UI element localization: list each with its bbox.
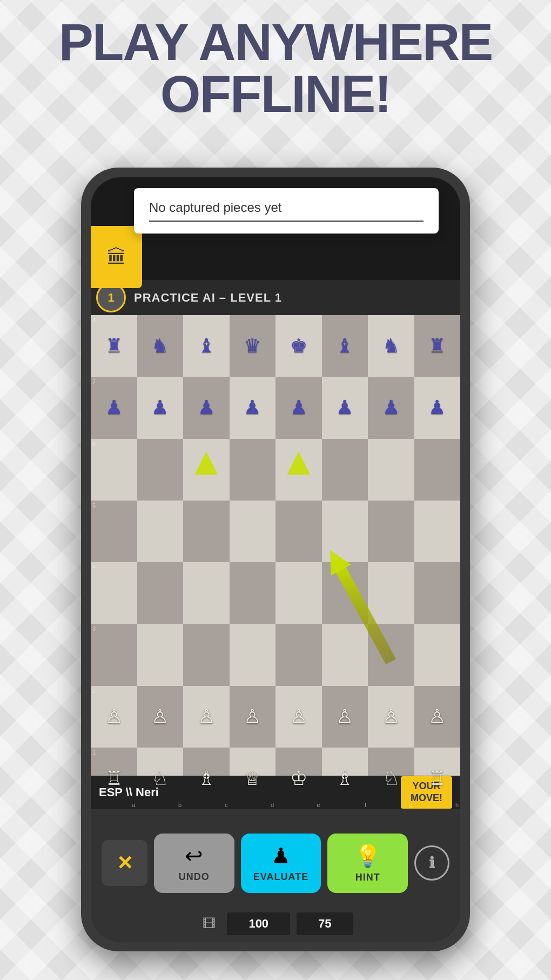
cell-5-4[interactable] [276, 624, 322, 685]
cell-6-0[interactable]: 2♙ [91, 686, 137, 748]
bookmark-tab[interactable]: 🏛 [91, 226, 142, 288]
cell-1-5[interactable]: ♟ [322, 377, 368, 438]
piece-white-7-0: ♖ [105, 769, 123, 788]
cell-1-2[interactable]: ♟ [183, 377, 230, 438]
cell-1-6[interactable]: ♟ [368, 377, 414, 438]
cell-6-1[interactable]: ♙ [137, 686, 184, 748]
cell-6-6[interactable]: ♙ [368, 686, 414, 748]
cell-3-4[interactable] [276, 501, 322, 562]
close-button[interactable]: ✕ [102, 840, 147, 886]
row-label-1: 7 [92, 378, 96, 385]
cell-0-5[interactable]: ♝ [322, 315, 368, 377]
piece-white-7-4: ♔ [290, 769, 307, 788]
hero-title: PLAY ANYWHERE OFFLINE! [0, 16, 551, 120]
score-1: 100 [227, 912, 290, 935]
row-label-5: 3 [92, 625, 96, 632]
col-label-3: d [271, 802, 274, 808]
hero-line1: PLAY ANYWHERE [0, 16, 551, 68]
cell-5-7[interactable] [414, 624, 461, 685]
cell-5-0[interactable]: 3 [91, 624, 137, 685]
cell-3-2[interactable] [183, 501, 230, 562]
col-label-2: c [225, 802, 228, 808]
cell-1-0[interactable]: 7♟ [91, 377, 137, 438]
cell-1-1[interactable]: ♟ [137, 377, 184, 438]
bookmark-icon: 🏛 [107, 246, 126, 269]
cell-0-4[interactable]: ♚ [276, 315, 322, 377]
cell-4-1[interactable] [137, 562, 184, 624]
cell-2-4[interactable] [276, 439, 322, 501]
cell-6-5[interactable]: ♙ [322, 686, 368, 748]
piece-white-6-0: ♙ [105, 707, 123, 726]
row-label-7: 1 [92, 749, 96, 756]
cell-3-7[interactable] [414, 501, 461, 562]
cell-4-4[interactable] [276, 562, 322, 624]
player-bar: ESP \\ Neri YOURMOVE! [91, 776, 460, 809]
score-row: 🎞 100 75 [91, 912, 460, 942]
chess-board-container[interactable]: 8♜♞♝♛♚♝♞♜7♟♟♟♟♟♟♟♟65432♙♙♙♙♙♙♙♙1a♖b♘c♗d♕… [91, 315, 460, 809]
row-label-3: 5 [92, 502, 96, 509]
cell-0-6[interactable]: ♞ [368, 315, 414, 377]
cell-0-1[interactable]: ♞ [137, 315, 184, 377]
cell-3-6[interactable] [368, 501, 414, 562]
cell-4-2[interactable] [183, 562, 230, 624]
piece-black-0-0: ♜ [105, 336, 123, 356]
cell-5-2[interactable] [183, 624, 230, 685]
cell-4-7[interactable] [414, 562, 461, 624]
tooltip-text: No captured pieces yet [149, 200, 424, 215]
cell-3-1[interactable] [137, 501, 184, 562]
level-number: 1 [107, 291, 114, 305]
chess-board[interactable]: 8♜♞♝♛♚♝♞♜7♟♟♟♟♟♟♟♟65432♙♙♙♙♙♙♙♙1a♖b♘c♗d♕… [91, 315, 460, 809]
cell-1-7[interactable]: ♟ [414, 377, 461, 438]
col-label-6: g [409, 802, 412, 808]
cell-0-3[interactable]: ♛ [230, 315, 276, 377]
evaluate-icon: ♟ [271, 843, 291, 868]
undo-button[interactable]: ↩ UNDO [154, 834, 234, 893]
phone-frame: No captured pieces yet 🏛 1 PRACTICE AI –… [81, 168, 470, 951]
cell-2-7[interactable] [414, 439, 461, 501]
hint-button[interactable]: 💡 HINT [327, 834, 408, 893]
cell-6-3[interactable]: ♙ [230, 686, 276, 748]
cell-5-1[interactable] [137, 624, 184, 685]
cell-2-3[interactable] [230, 439, 276, 501]
piece-white-7-5: ♗ [336, 769, 353, 788]
cell-4-5[interactable] [322, 562, 368, 624]
cell-2-6[interactable] [368, 439, 414, 501]
cell-0-2[interactable]: ♝ [183, 315, 230, 377]
cell-5-5[interactable] [322, 624, 368, 685]
cell-2-1[interactable] [137, 439, 184, 501]
cell-3-5[interactable] [322, 501, 368, 562]
phone-inner: No captured pieces yet 🏛 1 PRACTICE AI –… [91, 177, 460, 942]
piece-black-1-2: ♟ [198, 398, 215, 417]
cell-4-6[interactable] [368, 562, 414, 624]
undo-label: UNDO [179, 871, 210, 883]
cell-5-3[interactable] [230, 624, 276, 685]
cell-1-3[interactable]: ♟ [230, 377, 276, 438]
cell-5-6[interactable] [368, 624, 414, 685]
cell-4-3[interactable] [230, 562, 276, 624]
piece-white-6-1: ♙ [151, 707, 169, 726]
cell-6-2[interactable]: ♙ [183, 686, 230, 748]
col-label-7: h [455, 802, 459, 808]
piece-white-7-6: ♘ [382, 769, 400, 788]
evaluate-label: EVALUATE [253, 871, 308, 883]
hint-label: HINT [355, 872, 380, 883]
cell-2-5[interactable] [322, 439, 368, 501]
cell-3-0[interactable]: 5 [91, 501, 137, 562]
piece-black-0-7: ♜ [428, 336, 446, 356]
cell-6-7[interactable]: ♙ [414, 686, 461, 748]
cell-6-4[interactable]: ♙ [276, 686, 322, 748]
cell-3-3[interactable] [230, 501, 276, 562]
info-button[interactable]: ℹ [414, 845, 449, 881]
cell-2-0[interactable]: 6 [91, 439, 137, 501]
piece-black-1-4: ♟ [290, 398, 307, 417]
evaluate-button[interactable]: ♟ EVALUATE [241, 834, 321, 893]
cell-0-0[interactable]: 8♜ [91, 315, 137, 377]
piece-black-1-3: ♟ [244, 398, 261, 417]
cell-4-0[interactable]: 4 [91, 562, 137, 624]
col-label-5: f [365, 802, 366, 808]
cell-1-4[interactable]: ♟ [276, 377, 322, 438]
cell-2-2[interactable] [183, 439, 230, 501]
cell-0-7[interactable]: ♜ [414, 315, 461, 377]
hint-icon: 💡 [354, 843, 381, 869]
row-label-6: 2 [92, 688, 96, 694]
